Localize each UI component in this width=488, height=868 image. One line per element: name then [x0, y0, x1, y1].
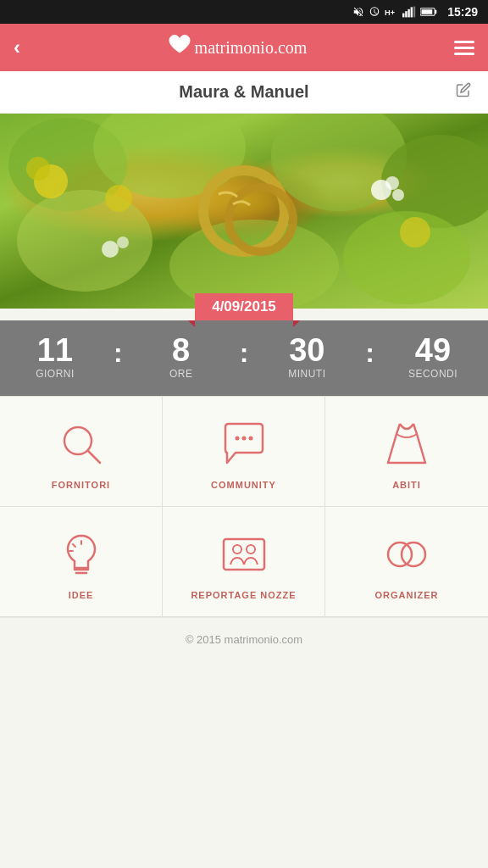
- idee-label: IDEE: [69, 590, 94, 600]
- svg-rect-37: [224, 539, 264, 570]
- svg-point-39: [247, 545, 255, 554]
- svg-line-28: [88, 451, 100, 463]
- countdown-hours: 8 Ore: [126, 333, 236, 381]
- logo-heart-icon: [168, 34, 191, 61]
- mute-icon: [352, 6, 364, 18]
- lightbulb-icon: [56, 529, 107, 580]
- grid-menu: FORNITORI COMMUNITY ABITI IDEE: [0, 396, 488, 617]
- status-bar: H+ 15:29: [0, 0, 488, 24]
- fornitori-label: FORNITORI: [52, 480, 110, 490]
- days-label: Giorni: [0, 368, 110, 380]
- wedding-date-banner: 4/09/2015: [195, 293, 293, 320]
- svg-point-17: [385, 176, 399, 190]
- app-header: ‹ matrimonio.com: [0, 24, 488, 71]
- svg-text:H+: H+: [385, 8, 396, 17]
- hero-decoration: [0, 114, 488, 309]
- svg-rect-5: [413, 7, 415, 18]
- countdown-days: 11 Giorni: [0, 333, 110, 381]
- battery-icon: [420, 7, 437, 17]
- svg-point-13: [17, 190, 152, 292]
- svg-line-35: [73, 544, 75, 547]
- rings-icon: [381, 529, 432, 580]
- svg-rect-2: [405, 11, 407, 17]
- countdown-minutes: 30 Minuti: [252, 333, 362, 381]
- svg-point-22: [26, 157, 50, 181]
- hero-image: [0, 114, 488, 309]
- countdown-section: 11 Giorni : 8 Ore : 30 Minuti : 49 Secon…: [0, 320, 488, 396]
- reportage-label: REPORTAGE NOZZE: [191, 590, 296, 600]
- alarm-icon: [369, 6, 380, 18]
- menu-line-1: [454, 41, 474, 43]
- footer-text: © 2015 matrimonio.com: [186, 633, 302, 646]
- svg-point-31: [248, 436, 252, 440]
- search-icon: [56, 419, 107, 470]
- sep-2: :: [236, 337, 252, 382]
- seconds-value: 49: [378, 333, 488, 369]
- countdown-seconds: 49 Secondi: [378, 333, 488, 381]
- grid-item-organizer[interactable]: ORGANIZER: [325, 507, 488, 617]
- edit-couple-button[interactable]: [456, 82, 471, 102]
- couple-name: Maura & Manuel: [179, 82, 308, 102]
- svg-rect-7: [435, 10, 436, 14]
- menu-button[interactable]: [454, 41, 474, 55]
- signal-h-icon: H+: [385, 6, 398, 18]
- date-banner-wrap: 4/09/2015: [0, 293, 488, 320]
- grid-item-idee[interactable]: IDEE: [0, 507, 163, 617]
- grid-item-fornitori[interactable]: FORNITORI: [0, 397, 163, 507]
- chat-icon: [219, 419, 269, 470]
- svg-point-38: [233, 545, 241, 554]
- minutes-label: Minuti: [252, 368, 362, 380]
- hours-value: 8: [126, 333, 236, 369]
- svg-point-18: [392, 189, 404, 201]
- back-button[interactable]: ‹: [14, 36, 20, 59]
- days-value: 11: [0, 333, 110, 369]
- signal-bars-icon: [402, 6, 416, 18]
- svg-point-23: [105, 185, 132, 212]
- community-label: COMMUNITY: [211, 480, 276, 490]
- svg-point-29: [235, 436, 239, 440]
- wedding-date-text: 4/09/2015: [212, 298, 276, 314]
- svg-rect-4: [411, 7, 413, 17]
- hours-label: Ore: [126, 368, 236, 380]
- app-logo: matrimonio.com: [168, 34, 308, 61]
- sep-3: :: [362, 337, 378, 382]
- logo-text: matrimonio.com: [195, 38, 308, 58]
- grid-item-community[interactable]: COMMUNITY: [163, 397, 325, 507]
- hero-background: [0, 114, 488, 309]
- seconds-label: Secondi: [378, 368, 488, 380]
- svg-point-40: [388, 542, 412, 566]
- sep-1: :: [110, 337, 126, 382]
- status-icons: H+: [352, 6, 437, 18]
- menu-line-2: [454, 47, 474, 49]
- menu-line-3: [454, 53, 474, 55]
- svg-point-41: [402, 542, 425, 566]
- svg-point-30: [241, 436, 246, 440]
- abiti-label: ABITI: [392, 480, 421, 490]
- grid-item-abiti[interactable]: ABITI: [325, 397, 488, 507]
- svg-rect-8: [422, 9, 433, 14]
- organizer-label: ORGANIZER: [375, 590, 439, 600]
- grid-item-reportage-nozze[interactable]: REPORTAGE NOZZE: [163, 507, 325, 617]
- dress-icon: [381, 419, 432, 470]
- svg-rect-1: [402, 14, 404, 18]
- svg-point-24: [400, 217, 430, 248]
- couple-bar: Maura & Manuel: [0, 71, 488, 114]
- svg-point-19: [102, 241, 119, 258]
- status-time: 15:29: [447, 5, 478, 19]
- footer: © 2015 matrimonio.com: [0, 617, 488, 661]
- svg-point-20: [117, 236, 129, 248]
- minutes-value: 30: [252, 333, 362, 369]
- photo-icon: [219, 529, 269, 580]
- svg-rect-3: [408, 9, 410, 18]
